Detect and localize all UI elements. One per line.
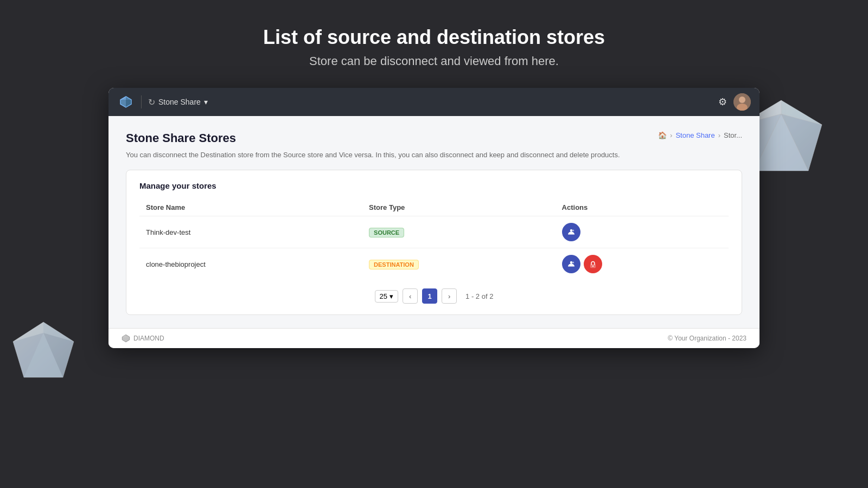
- store-name-cell: clone-thebioproject: [139, 248, 362, 280]
- store-name-cell: Think-dev-test: [139, 216, 362, 248]
- per-page-value: 25: [380, 292, 387, 300]
- svg-marker-20: [126, 100, 131, 107]
- col-actions: Actions: [556, 199, 729, 216]
- table-row: Think-dev-testSOURCE: [139, 216, 729, 248]
- svg-marker-21: [120, 100, 126, 107]
- actions-cell: [556, 248, 729, 280]
- view-store-button[interactable]: [562, 223, 580, 241]
- settings-icon[interactable]: ⚙: [718, 96, 727, 108]
- svg-marker-34: [126, 337, 130, 342]
- svg-point-26: [572, 230, 574, 232]
- breadcrumb-home-icon[interactable]: 🏠: [658, 131, 667, 139]
- app-window: ↻ Stone Share ▾ ⚙ Stone Share Stores 🏠 ›: [108, 88, 760, 348]
- breadcrumb-current: Stor...: [724, 131, 742, 139]
- view-store-button[interactable]: [562, 255, 580, 273]
- stores-card: Manage your stores Store Name Store Type…: [126, 170, 742, 315]
- avatar[interactable]: [733, 93, 751, 111]
- table-row: clone-thebioprojectDESTINATION: [139, 248, 729, 280]
- refresh-icon: ↻: [148, 97, 155, 107]
- per-page-select[interactable]: 25 ▾: [375, 290, 398, 303]
- hero-title: List of source and destination stores: [11, 26, 857, 49]
- content-area: Stone Share Stores 🏠 › Stone Share › Sto…: [108, 116, 760, 328]
- footer-logo-icon: [122, 334, 130, 343]
- breadcrumb-stone-share-link[interactable]: Stone Share: [675, 131, 714, 139]
- footer-left: DIAMOND: [122, 334, 164, 343]
- nav-left: ↻ Stone Share ▾: [117, 93, 208, 111]
- actions-cell: [556, 216, 729, 248]
- card-title: Manage your stores: [139, 181, 729, 190]
- nav-logo[interactable]: [117, 93, 135, 111]
- app-name-label: Stone Share: [158, 98, 201, 106]
- page-1-button[interactable]: 1: [422, 288, 437, 304]
- nav-bar: ↻ Stone Share ▾ ⚙: [108, 88, 760, 116]
- page-title: Stone Share Stores: [126, 131, 236, 145]
- breadcrumb-sep-2: ›: [718, 131, 720, 139]
- pagination: 25 ▾ ‹ 1 › 1 - 2 of 2: [139, 288, 729, 304]
- store-type-badge: SOURCE: [369, 228, 404, 237]
- svg-point-30: [592, 266, 593, 267]
- disconnect-store-button[interactable]: [584, 255, 602, 273]
- prev-page-button[interactable]: ‹: [403, 288, 418, 304]
- store-type-badge: DESTINATION: [369, 260, 419, 269]
- nav-right: ⚙: [718, 93, 751, 111]
- diamond-decoration-left: [11, 320, 76, 380]
- nav-divider: [141, 95, 142, 108]
- svg-point-23: [739, 97, 745, 103]
- col-store-name: Store Name: [139, 199, 362, 216]
- breadcrumb-sep-1: ›: [670, 131, 672, 139]
- hero-section: List of source and destination stores St…: [0, 0, 868, 88]
- page-description: You can disconnect the Destination store…: [126, 151, 742, 159]
- footer-copyright: © Your Organization - 2023: [668, 335, 746, 342]
- col-store-type: Store Type: [362, 199, 555, 216]
- svg-marker-35: [122, 337, 126, 342]
- per-page-chevron: ▾: [390, 292, 393, 300]
- store-type-cell: DESTINATION: [362, 248, 555, 280]
- pagination-info: 1 - 2 of 2: [465, 292, 493, 300]
- svg-point-25: [570, 229, 572, 232]
- svg-point-28: [572, 262, 574, 264]
- dropdown-icon: ▾: [204, 98, 208, 106]
- store-type-cell: SOURCE: [362, 216, 555, 248]
- breadcrumb: 🏠 › Stone Share › Stor...: [658, 131, 742, 139]
- nav-app-name-button[interactable]: ↻ Stone Share ▾: [148, 97, 208, 107]
- next-page-button[interactable]: ›: [442, 288, 457, 304]
- svg-point-27: [570, 261, 572, 264]
- footer-logo-label: DIAMOND: [133, 335, 164, 342]
- hero-subtitle: Store can be disconnect and viewed from …: [11, 54, 857, 68]
- app-footer: DIAMOND © Your Organization - 2023: [108, 328, 760, 348]
- stores-table: Store Name Store Type Actions Think-dev-…: [139, 199, 729, 280]
